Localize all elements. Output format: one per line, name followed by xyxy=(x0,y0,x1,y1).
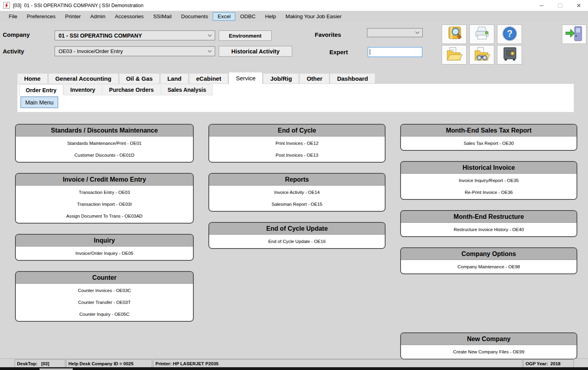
panel-title: Month-End Restructure xyxy=(401,211,577,223)
main-menu-button[interactable]: Main Menu xyxy=(21,97,58,108)
menu-item-accessories[interactable]: Accessories xyxy=(110,12,149,21)
panel-body: Restructure Invoice History - OE40 xyxy=(401,223,577,236)
panel-title: Company Options xyxy=(401,248,577,260)
menu-link-restructure-invoice-history-oe40[interactable]: Restructure Invoice History - OE40 xyxy=(401,224,577,235)
app-window: [03] 01 - SSI OPERATING COMPANY | SSI De… xyxy=(0,0,588,370)
title-bar: [03] 01 - SSI OPERATING COMPANY | SSI De… xyxy=(0,0,588,11)
menu-item-printer[interactable]: Printer xyxy=(61,12,86,21)
historical-activity-button[interactable]: Historical Activity xyxy=(219,46,292,57)
exit-icon xyxy=(565,25,584,43)
subtab-sales-analysis[interactable]: Sales Analysis xyxy=(161,84,213,95)
panel-title: Historical Invoice xyxy=(401,162,577,174)
tab-job-rig[interactable]: Job/Rig xyxy=(263,73,299,84)
panel-body: Standards Maintenance/Print - OE01Custom… xyxy=(16,137,193,162)
expert-input[interactable] xyxy=(368,47,422,57)
menu-link-end-of-cycle-update-oe16[interactable]: End of Cycle Update - OE16 xyxy=(209,235,385,247)
panel-body: End of Cycle Update - OE16 xyxy=(209,235,385,248)
folder-icon xyxy=(445,46,463,63)
subtab-inventory[interactable]: Inventory xyxy=(64,84,102,95)
text-caret xyxy=(370,49,370,55)
menu-item-help[interactable]: Help xyxy=(260,12,281,21)
menu-link-assign-document-to-trans-oe03ad[interactable]: Assign Document To Trans - OE03AD xyxy=(16,210,193,222)
menu-link-transaction-entry-oe03[interactable]: Transaction Entry - OE03 xyxy=(16,186,193,198)
lookup-button[interactable] xyxy=(442,25,467,44)
menu-item-ssimail[interactable]: SSIMail xyxy=(148,12,176,21)
panel-body: Invoice Activity - OE14Salesman Report -… xyxy=(209,186,385,211)
menu-link-invoice-order-inquiry-oe05[interactable]: Invoice/Order Inquiry - OE05 xyxy=(16,247,193,259)
panel-title: Standards / Discounts Maintenance xyxy=(16,125,193,137)
folder-button[interactable] xyxy=(442,45,467,65)
help-button[interactable]: ? xyxy=(497,25,522,44)
menu-item-documents[interactable]: Documents xyxy=(176,12,213,21)
panel-reports: ReportsInvoice Activity - OE14Salesman R… xyxy=(208,173,386,212)
print-button[interactable] xyxy=(469,25,494,44)
tab-dashboard[interactable]: Dashboard xyxy=(330,73,375,84)
panel-title: Month-End Sales Tax Report xyxy=(401,125,577,137)
panel-title: Invoice / Credit Memo Entry xyxy=(16,174,193,186)
tab-service[interactable]: Service xyxy=(229,72,263,84)
tab-other[interactable]: Other xyxy=(299,73,329,84)
menu-link-counter-invoices-oe03c[interactable]: Counter Invoices - OE03C xyxy=(16,285,193,296)
find-document-button[interactable] xyxy=(469,45,494,65)
panel-column-middle: End of CyclePrint Invoices - OE12Post In… xyxy=(208,124,386,259)
safe-button[interactable] xyxy=(497,45,522,65)
panel-company-options: Company OptionsCompany Maintenance - OE9… xyxy=(400,247,577,274)
panel-body: Print Invoices - OE12Post Invoices - OE1… xyxy=(209,137,385,162)
company-label: Company xyxy=(3,31,30,38)
menu-link-post-invoices-oe13[interactable]: Post Invoices - OE13 xyxy=(209,149,385,161)
menu-link-counter-inquiry-oe05c[interactable]: Counter Inquiry - OE05C xyxy=(16,308,193,320)
tab-general-accounting[interactable]: General Accounting xyxy=(48,73,119,84)
panel-standards-discounts-maintenance: Standards / Discounts MaintenanceStandar… xyxy=(15,124,194,163)
minimize-button[interactable]: ─ xyxy=(532,0,551,11)
close-button[interactable]: ✕ xyxy=(569,0,588,11)
subtab-purchase-orders[interactable]: Purchase Orders xyxy=(102,84,161,95)
menu-link-create-new-company-files-oe99[interactable]: Create New Company Files - OE99 xyxy=(401,346,577,358)
menu-link-customer-discounts-oe01d[interactable]: Customer Discounts - OE01D xyxy=(16,149,193,161)
favorites-label: Favorites xyxy=(315,31,341,38)
panel-title: End of Cycle Update xyxy=(209,223,385,235)
activity-label: Activity xyxy=(3,48,24,55)
panel-month-end-restructure: Month-End RestructureRestructure Invoice… xyxy=(400,210,577,237)
menu-link-standards-maintenance-print-oe01[interactable]: Standards Maintenance/Print - OE01 xyxy=(16,137,193,149)
panel-end-of-cycle: End of CyclePrint Invoices - OE12Post In… xyxy=(208,124,386,163)
company-select[interactable]: 01 - SSI OPERATING COMPANY xyxy=(55,30,215,40)
environment-button[interactable]: Environment xyxy=(219,30,272,41)
help-icon: ? xyxy=(501,25,518,44)
tab-ecabinet[interactable]: eCabinet xyxy=(189,73,228,84)
tab-home[interactable]: Home xyxy=(17,73,48,84)
menu-link-re-print-invoice-oe36[interactable]: Re-Print Invoice - OE36 xyxy=(401,186,577,198)
panel-column-left: Standards / Discounts MaintenanceStandar… xyxy=(15,124,194,332)
tab-land[interactable]: Land xyxy=(160,73,189,84)
menu-item-excel[interactable]: Excel xyxy=(213,12,235,21)
menu-link-invoice-inquiry-report-oe35[interactable]: Invoice Inquiry/Report - OE35 xyxy=(401,175,577,186)
menu-item-admin[interactable]: Admin xyxy=(85,12,110,21)
menu-item-file[interactable]: File xyxy=(4,12,22,21)
menu-link-print-invoices-oe12[interactable]: Print Invoices - OE12 xyxy=(209,137,385,149)
panel-invoice-credit-memo-entry: Invoice / Credit Memo EntryTransaction E… xyxy=(15,173,194,224)
tab-oil-gas[interactable]: Oil & Gas xyxy=(119,73,160,84)
menu-item-preferences[interactable]: Preferences xyxy=(22,12,61,21)
activity-select[interactable]: OE03 - Invoice/Order Entry xyxy=(55,46,215,56)
exit-button[interactable] xyxy=(562,25,586,44)
status-cell-0: DeskTop: [03] xyxy=(15,359,65,368)
maximize-button[interactable] xyxy=(551,0,569,11)
status-cell-2: Printer: HP LASERJET P2035 xyxy=(153,359,522,368)
panel-counter: CounterCounter Invoices - OE03CCounter T… xyxy=(15,271,194,322)
menu-link-sales-tax-report-oe30[interactable]: Sales Tax Report - OE30 xyxy=(401,137,577,149)
menu-bar: FilePreferencesPrinterAdminAccessoriesSS… xyxy=(0,11,588,22)
favorites-select[interactable] xyxy=(367,28,423,37)
menu-link-invoice-activity-oe14[interactable]: Invoice Activity - OE14 xyxy=(209,186,385,198)
menu-item-odbc[interactable]: ODBC xyxy=(235,12,260,21)
menu-link-counter-transfer-oe03t[interactable]: Counter Transfer - OE03T xyxy=(16,296,193,308)
menu-link-company-maintenance-oe98[interactable]: Company Maintenance - OE98 xyxy=(401,261,577,273)
menu-item-making-your-job-easier[interactable]: Making Your Job Easier xyxy=(281,12,346,21)
menu-link-salesman-report-oe15[interactable]: Salesman Report - OE15 xyxy=(209,198,385,210)
status-cell-3: OGP Year: 2018 xyxy=(523,359,574,368)
menu-link-transaction-import-oe03i[interactable]: Transaction Import - OE03I xyxy=(16,198,193,210)
svg-text:?: ? xyxy=(507,28,512,39)
panel-column-right: Month-End Sales Tax ReportSales Tax Repo… xyxy=(400,124,577,370)
main-tab-strip: HomeGeneral AccountingOil & GasLandeCabi… xyxy=(17,72,376,84)
subtab-order-entry[interactable]: Order Entry xyxy=(19,84,63,95)
status-divider xyxy=(0,359,588,359)
status-cell-1: Help Desk Company ID = 0025 xyxy=(66,359,152,368)
